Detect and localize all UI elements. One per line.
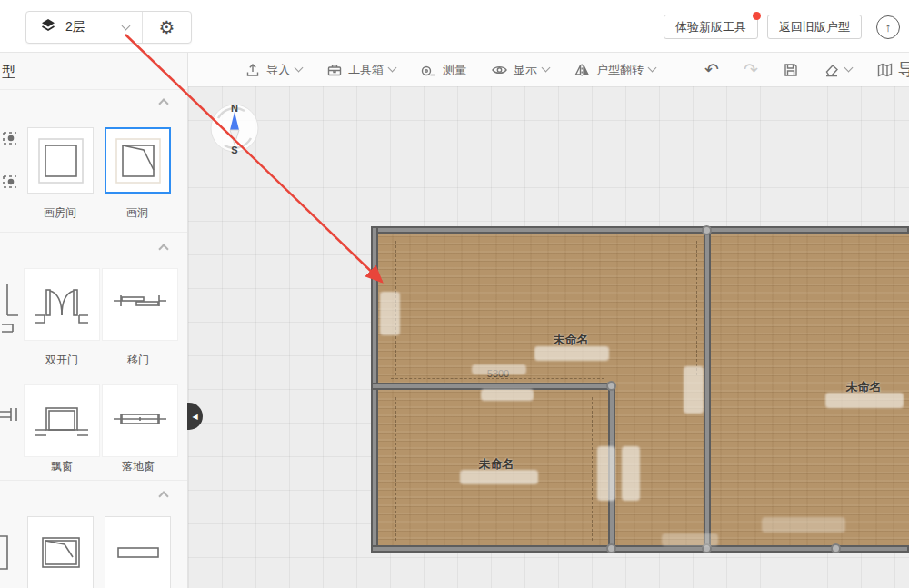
floor-window-icon [112,394,168,448]
blur-patch [534,346,609,361]
floor-settings-button[interactable]: ⚙ [143,12,191,43]
chevron-down-icon [388,64,397,73]
import-icon [245,62,261,78]
measure-button[interactable]: 测量 [420,62,466,78]
save-icon [783,62,799,78]
try-new-tools-button[interactable]: 体验新版工具 [664,15,758,39]
toolbox-label: 工具箱 [348,62,384,78]
floor-selector-label: 2层 [65,19,115,35]
floor-window-label: 落地窗 [122,459,155,474]
draw-wall-item-partial[interactable] [0,127,18,194]
toolbox-icon [326,62,343,78]
redo-icon: ↷ [744,61,758,78]
save-button[interactable] [783,62,799,78]
collapse-section-icon[interactable] [158,491,168,501]
measure-icon [420,62,437,78]
divider [0,89,188,90]
opening-item[interactable] [27,516,94,588]
window-item-partial[interactable] [0,384,22,453]
eye-icon [491,62,508,78]
layers-icon [39,17,57,38]
wall-middle-vertical[interactable] [704,226,711,553]
top-bar: 2层 ⚙ 体验新版工具 返回旧版户型 ↑ [0,0,909,53]
wall-node[interactable] [831,543,841,553]
upload-button[interactable]: ↑ [876,15,900,39]
eraser-button[interactable] [824,62,852,78]
notification-dot [753,12,761,20]
double-door-item[interactable] [24,268,100,341]
chevron-down-icon [648,64,657,73]
back-old-version-button[interactable]: 返回旧版户型 [767,15,862,39]
sliding-door-icon [112,277,168,332]
sliding-door-label: 移门 [127,353,149,368]
display-label: 显示 [514,62,537,78]
draw-room-icon [35,135,86,186]
chevron-down-icon [295,64,304,73]
bay-window-item[interactable] [24,384,100,457]
map-button[interactable]: 导 [876,61,909,78]
blur-patch [472,364,526,374]
chevron-down-icon [844,64,853,73]
draw-hole-label: 画洞 [126,205,148,221]
wall-node[interactable] [606,381,616,391]
bay-window-label: 飘窗 [51,459,73,474]
double-door-icon [34,277,90,332]
import-label: 导入 [266,62,290,78]
undo-icon: ↶ [704,61,719,78]
collapse-section-icon[interactable] [158,98,168,108]
gear-icon: ⚙ [159,16,175,38]
collapse-section-icon[interactable] [158,244,168,254]
double-door-label: 双开门 [45,353,78,368]
redo-button[interactable]: ↷ [744,61,758,78]
topbar-right-group: 体验新版工具 返回旧版户型 ↑ [664,15,900,39]
undo-button[interactable]: ↶ [704,61,719,78]
bay-window-icon [34,394,90,448]
map-icon [876,62,894,78]
chevron-down-icon [122,21,131,30]
blur-patch [684,366,704,414]
draw-room-item[interactable] [27,127,94,194]
draw-hole-icon [113,135,164,186]
dimension-line [395,397,396,541]
import-button[interactable]: 导入 [245,62,302,78]
arrow-up-icon: ↑ [885,20,892,35]
measure-label: 测量 [443,62,466,78]
flip-button[interactable]: 户型翻转 [574,62,655,78]
blur-patch [380,292,400,335]
draw-room-label: 画房间 [44,205,76,221]
display-button[interactable]: 显示 [491,62,549,78]
back-old-version-label: 返回旧版户型 [779,20,850,34]
wall-node[interactable] [702,225,712,235]
floorplan-canvas[interactable]: N S 5300 未命名 未命名 未命名 [188,86,909,588]
blur-patch [662,533,718,546]
floor-selector[interactable]: 2层 [26,12,142,43]
flip-icon [574,62,591,78]
toolbox-button[interactable]: 工具箱 [326,62,395,78]
export-label-partial: 导 [898,61,909,78]
dimension-line [696,241,697,375]
blur-patch [481,389,534,401]
divider [0,232,188,233]
wall-bottom[interactable] [371,545,909,553]
opening-icon [35,527,86,578]
component-sidebar: 型 画房间 画洞 [0,53,188,588]
eraser-icon [824,62,841,78]
draw-hole-item[interactable] [105,127,171,194]
beam-item[interactable] [105,516,171,588]
chevron-down-icon [542,64,551,73]
blur-patch [825,393,904,408]
divider [0,480,188,481]
floor-window-item[interactable] [102,384,178,457]
floor-selector-group: 2层 ⚙ [25,11,192,44]
sidebar-title: 型 [2,64,15,81]
blur-patch [460,470,538,484]
component-item-partial[interactable] [0,516,11,588]
compass[interactable]: N S [205,99,264,161]
single-door-item-partial[interactable] [0,268,22,341]
editor-toolbar: 导入 工具箱 测量 显示 户型翻转 ↶ ↷ [188,53,909,86]
sliding-door-item[interactable] [102,268,178,341]
wall-node[interactable] [606,543,616,553]
wall-top[interactable] [371,226,909,234]
blur-patch [597,446,615,501]
blur-patch [622,446,640,501]
